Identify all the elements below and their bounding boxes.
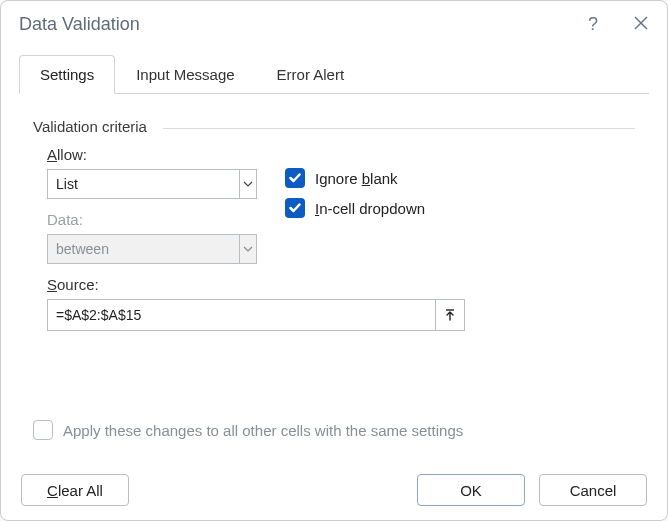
- data-label: Data:: [47, 211, 257, 228]
- close-button[interactable]: [631, 14, 651, 35]
- ignore-blank-label: Ignore blank: [315, 170, 398, 187]
- settings-panel: Validation criteria Allow: Data:: [19, 94, 649, 331]
- cancel-button[interactable]: Cancel: [539, 474, 647, 506]
- checkbox-unchecked-icon: [33, 420, 53, 440]
- incell-dropdown-label: In-cell dropdown: [315, 200, 425, 217]
- allow-dropdown-button[interactable]: [239, 169, 257, 199]
- source-label: Source:: [47, 276, 627, 293]
- titlebar: Data Validation ?: [1, 1, 667, 47]
- apply-to-all-checkbox: Apply these changes to all other cells w…: [33, 420, 463, 440]
- dialog-title: Data Validation: [19, 14, 140, 35]
- clear-all-button[interactable]: Clear All: [21, 474, 129, 506]
- dialog-content: Settings Input Message Error Alert Valid…: [1, 47, 667, 460]
- allow-combo[interactable]: [47, 169, 257, 199]
- source-input[interactable]: [47, 299, 435, 331]
- tab-error-alert[interactable]: Error Alert: [256, 55, 366, 94]
- tab-input-message[interactable]: Input Message: [115, 55, 255, 94]
- range-selector-icon: [444, 309, 456, 321]
- range-selector-button[interactable]: [435, 299, 465, 331]
- ok-button[interactable]: OK: [417, 474, 525, 506]
- dialog-footer: Clear All OK Cancel: [1, 460, 667, 520]
- titlebar-buttons: ?: [583, 14, 651, 35]
- criteria-legend: Validation criteria: [33, 118, 147, 135]
- tabstrip: Settings Input Message Error Alert: [19, 55, 649, 94]
- tab-settings[interactable]: Settings: [19, 55, 115, 94]
- incell-dropdown-checkbox[interactable]: In-cell dropdown: [285, 198, 425, 218]
- data-validation-dialog: Data Validation ? Settings Input Message…: [0, 0, 668, 521]
- allow-input[interactable]: [47, 169, 239, 199]
- chevron-down-icon: [243, 246, 253, 252]
- checkbox-checked-icon: [285, 168, 305, 188]
- data-combo: [47, 234, 257, 264]
- allow-label: Allow:: [47, 146, 257, 163]
- checkbox-group: Ignore blank In-cell dropdown: [285, 146, 425, 218]
- help-button[interactable]: ?: [583, 14, 603, 35]
- chevron-down-icon: [243, 181, 253, 187]
- apply-to-all-row: Apply these changes to all other cells w…: [33, 420, 463, 440]
- close-icon: [634, 16, 648, 30]
- ignore-blank-checkbox[interactable]: Ignore blank: [285, 168, 425, 188]
- source-block: Source:: [47, 276, 627, 331]
- criteria-fieldset: Validation criteria: [33, 118, 635, 136]
- data-input: [47, 234, 239, 264]
- checkbox-checked-icon: [285, 198, 305, 218]
- criteria-body: Allow: Data:: [33, 136, 635, 331]
- apply-to-all-label: Apply these changes to all other cells w…: [63, 422, 463, 439]
- data-dropdown-button: [239, 234, 257, 264]
